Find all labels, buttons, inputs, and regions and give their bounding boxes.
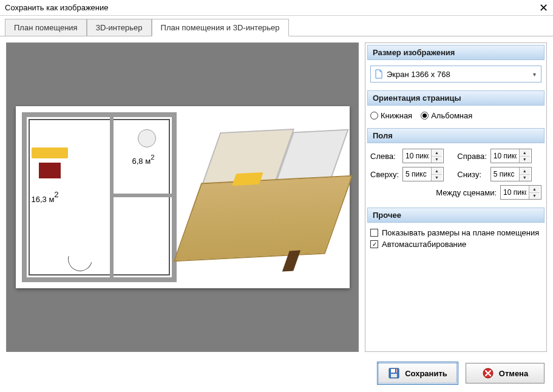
step-down-icon[interactable]: ▼ [432,157,442,163]
cancel-icon [482,367,494,379]
area-unit-sup: 2 [54,190,58,199]
show-dimensions-checkbox[interactable]: Показывать размеры на плане помещения [370,228,541,237]
step-up-icon[interactable]: ▲ [520,149,530,157]
margin-bottom-input[interactable] [491,167,519,181]
svg-rect-3 [391,374,397,377]
step-down-icon[interactable]: ▼ [520,157,530,163]
title-bar: Сохранить как изображение ✕ [0,0,553,16]
floorplan-3d [183,106,350,288]
margin-top-label: Сверху: [370,170,399,179]
section-header-other: Прочее [367,208,545,223]
margin-bottom-label: Снизу: [457,170,487,179]
area-label-2: 6,8 м [132,157,151,166]
tab-label: План помещения [14,23,78,32]
tab-floorplan[interactable]: План помещения [5,19,87,36]
step-up-icon[interactable]: ▲ [432,167,442,175]
orientation-landscape-label: Альбомная [431,111,472,120]
section-header-orientation: Ориентация страницы [367,90,545,106]
close-icon[interactable]: ✕ [539,1,548,15]
radio-icon [370,112,378,120]
step-up-icon[interactable]: ▲ [432,149,442,157]
tab-strip: План помещения 3D-интерьер План помещени… [0,16,553,36]
orientation-portrait-radio[interactable]: Книжная [370,111,412,120]
image-size-value: Экран 1366 x 768 [387,70,450,79]
save-button[interactable]: Сохранить [378,363,457,384]
margin-right-label: Справа: [457,152,487,161]
show-dimensions-label: Показывать размеры на плане помещения [382,228,539,237]
tab-floorplan-and-3d[interactable]: План помещения и 3D-интерьер [152,19,289,36]
cancel-button-label: Отмена [499,369,528,378]
preview-sheet: 16,3 м2 6,8 м2 [16,106,350,288]
autoscale-checkbox[interactable]: ✓ Автомасштабирование [370,240,541,249]
cancel-button[interactable]: Отмена [466,363,545,384]
tab-label: План помещения и 3D-интерьер [161,23,280,32]
margin-left-label: Слева: [370,152,399,161]
margin-bottom-stepper[interactable]: ▲▼ [490,167,532,181]
step-down-icon[interactable]: ▼ [520,175,530,181]
orientation-landscape-radio[interactable]: Альбомная [421,111,472,120]
checkbox-icon: ✓ [370,240,378,248]
step-down-icon[interactable]: ▼ [529,193,540,200]
area-unit-sup-2: 2 [151,154,154,161]
margin-between-label: Между сценами: [436,188,497,197]
step-up-icon[interactable]: ▲ [529,186,540,193]
tab-3d-interior[interactable]: 3D-интерьер [87,19,152,36]
window-title: Сохранить как изображение [5,3,109,12]
margin-left-input[interactable] [403,149,431,163]
step-down-icon[interactable]: ▼ [432,175,442,181]
margin-left-stepper[interactable]: ▲▼ [402,149,444,163]
margin-between-input[interactable] [501,186,529,199]
save-icon [388,367,400,379]
floorplan-2d: 16,3 м2 6,8 м2 [16,106,183,288]
margin-top-input[interactable] [403,167,431,181]
section-header-margins: Поля [367,128,545,143]
margin-top-stepper[interactable]: ▲▼ [402,167,444,181]
settings-pane: Размер изображения Экран 1366 x 768 ▾ Ор… [365,42,547,352]
orientation-portrait-label: Книжная [381,111,412,120]
footer: Сохранить Отмена [0,358,553,384]
area-label-1: 16,3 м [32,195,55,204]
margin-right-input[interactable] [491,149,519,163]
section-header-image-size: Размер изображения [367,45,545,60]
content-area: 16,3 м2 6,8 м2 Размер изоб [0,36,553,358]
chevron-down-icon: ▾ [533,71,536,78]
margin-right-stepper[interactable]: ▲▼ [490,149,532,163]
tab-label: 3D-интерьер [96,23,143,32]
svg-rect-2 [395,369,396,373]
preview-pane: 16,3 м2 6,8 м2 [6,42,359,352]
image-size-dropdown[interactable]: Экран 1366 x 768 ▾ [370,66,541,83]
save-button-label: Сохранить [405,369,447,378]
autoscale-label: Автомасштабирование [382,240,466,249]
radio-icon [421,112,429,120]
checkbox-icon [370,229,378,237]
step-up-icon[interactable]: ▲ [520,167,530,175]
margin-between-stepper[interactable]: ▲▼ [500,185,541,200]
document-icon [375,69,383,79]
